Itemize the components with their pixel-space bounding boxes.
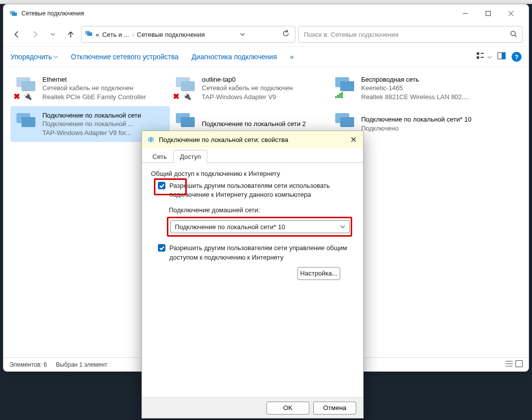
- allow-control-label: Разрешить другим пользователям сети упра…: [169, 244, 354, 262]
- allow-control-checkbox-row: Разрешить другим пользователям сети упра…: [158, 244, 354, 262]
- connection-text: Беспроводная сетьKeenetic-1465Realtek 88…: [358, 72, 486, 104]
- settings-button[interactable]: Настройка...: [297, 267, 340, 280]
- connection-name: Подключение по локальной сети 2: [202, 120, 326, 129]
- connection-device: Realtek 8821CE Wireless LAN 802....: [361, 93, 486, 102]
- svg-rect-3: [486, 11, 491, 16]
- maximize-button[interactable]: [477, 5, 500, 21]
- svg-point-36: [148, 137, 154, 142]
- connection-tile[interactable]: Беспроводная сетьKeenetic-1465Realtek 88…: [329, 70, 489, 106]
- location-icon: [85, 29, 93, 39]
- breadcrumb-prefix: «: [96, 31, 99, 38]
- help-button[interactable]: ?: [512, 52, 522, 62]
- svg-rect-17: [21, 81, 35, 91]
- connection-text: Подключение по локальной сети* 10Подключ…: [358, 108, 486, 140]
- tab-strip: Сеть Доступ: [142, 148, 363, 163]
- svg-rect-7: [87, 32, 92, 36]
- connection-device: Realtek PCIe GbE Family Controller: [42, 93, 167, 102]
- disable-device-button[interactable]: Отключение сетевого устройства: [71, 53, 178, 61]
- sharing-group-title: Общий доступ к подключению к Интернету: [151, 170, 354, 177]
- cancel-button[interactable]: Отмена: [313, 402, 356, 415]
- address-dropdown-icon[interactable]: [237, 30, 249, 39]
- svg-rect-23: [337, 95, 339, 98]
- more-commands-button[interactable]: »: [290, 53, 294, 61]
- svg-rect-29: [181, 117, 195, 127]
- connection-icon: [332, 72, 358, 102]
- svg-line-9: [515, 35, 517, 37]
- history-dropdown[interactable]: [45, 27, 60, 42]
- command-bar: Упорядочить Отключение сетевого устройст…: [3, 46, 529, 67]
- organize-menu[interactable]: Упорядочить: [10, 53, 58, 61]
- connection-status: Сетевой кабель не подключен: [42, 84, 167, 93]
- forward-button[interactable]: [27, 27, 42, 42]
- svg-rect-21: [340, 81, 354, 91]
- window-controls: [454, 5, 523, 21]
- chevron-down-icon: [340, 223, 345, 231]
- breadcrumb-network[interactable]: Сеть и ...: [102, 31, 129, 38]
- dialog-close-button[interactable]: ✕: [348, 135, 358, 144]
- connection-name: Ethernet: [42, 75, 167, 84]
- item-count: Элементов: 6: [9, 361, 47, 368]
- refresh-button[interactable]: [280, 30, 292, 39]
- dialog-footer: OK Отмена: [142, 397, 363, 418]
- svg-rect-22: [335, 96, 337, 98]
- selection-count: Выбран 1 элемент: [56, 361, 107, 368]
- search-icon: [510, 30, 517, 39]
- breadcrumb-current[interactable]: Сетевые подключения: [137, 31, 205, 38]
- minimize-button[interactable]: [454, 5, 477, 21]
- svg-rect-35: [516, 361, 523, 367]
- home-network-select[interactable]: Подключение по локальной сети* 10: [170, 220, 350, 233]
- svg-rect-11: [477, 56, 479, 59]
- connection-tile[interactable]: ✖🔌EthernetСетевой кабель не подключенRea…: [10, 70, 170, 106]
- allow-share-checkbox[interactable]: [158, 182, 165, 189]
- diagnose-button[interactable]: Диагностика подключения: [192, 53, 277, 61]
- navigation-bar: « Сеть и ... › Сетевые подключения Поиск…: [3, 22, 529, 46]
- up-button[interactable]: [63, 27, 78, 42]
- dialog-icon: [147, 136, 155, 143]
- details-view-button[interactable]: [506, 360, 513, 369]
- svg-rect-27: [21, 117, 35, 127]
- connection-name: Подключение по локальной сети* 10: [361, 115, 486, 124]
- connection-tile[interactable]: ✖🔌outline-tap0Сетевой кабель не подключе…: [170, 70, 329, 106]
- search-input[interactable]: Поиск в: Сетевые подключения: [298, 26, 523, 43]
- back-button[interactable]: [9, 27, 24, 42]
- svg-rect-24: [339, 93, 341, 98]
- window-title: Сетевые подключения: [21, 10, 454, 17]
- tab-sharing[interactable]: Доступ: [173, 150, 207, 163]
- connection-status: Подключение по локальной ...: [42, 120, 167, 129]
- connection-icon: [13, 108, 39, 138]
- search-placeholder: Поиск в: Сетевые подключения: [304, 31, 510, 38]
- connection-name: Беспроводная сеть: [361, 75, 486, 84]
- svg-rect-1: [12, 12, 17, 16]
- connection-name: outline-tap0: [202, 75, 326, 84]
- connection-icon: ✖🔌: [13, 72, 39, 102]
- allow-share-label: Разрешить другим пользователям сети испо…: [169, 181, 354, 199]
- svg-rect-15: [502, 53, 506, 59]
- tab-network[interactable]: Сеть: [146, 150, 173, 163]
- connection-status: Сетевой кабель не подключен: [202, 84, 326, 93]
- connection-status: Подключено: [361, 124, 486, 133]
- connection-text: outline-tap0Сетевой кабель не подключенT…: [199, 72, 326, 104]
- connection-name: Подключение по локальной сети: [42, 111, 167, 120]
- dialog-titlebar: Подключение по локальной сети: свойства …: [142, 131, 363, 148]
- dialog-body: Общий доступ к подключению к Интернету Р…: [142, 163, 363, 287]
- allow-control-checkbox[interactable]: [158, 244, 165, 252]
- svg-rect-19: [181, 81, 195, 91]
- highlight-home-network: Подключение по локальной сети* 10: [167, 217, 352, 237]
- ok-button[interactable]: OK: [266, 402, 309, 415]
- close-button[interactable]: [500, 5, 523, 21]
- svg-point-8: [511, 31, 516, 35]
- svg-rect-31: [340, 117, 354, 127]
- allow-share-checkbox-row: Разрешить другим пользователям сети испо…: [158, 181, 354, 199]
- large-icons-view-button[interactable]: [516, 360, 523, 369]
- connection-properties-dialog: Подключение по локальной сети: свойства …: [141, 131, 364, 419]
- breadcrumb-separator-icon: ›: [132, 32, 133, 37]
- window-icon: [9, 9, 17, 17]
- dialog-title: Подключение по локальной сети: свойства: [159, 136, 348, 143]
- svg-rect-10: [477, 52, 479, 55]
- address-bar[interactable]: « Сеть и ... › Сетевые подключения: [81, 26, 295, 43]
- view-options-button[interactable]: [477, 52, 492, 61]
- view-controls: ?: [477, 52, 522, 62]
- connection-device: TAP-Windows Adapter V9: [202, 93, 326, 102]
- home-network-label: Подключение домашней сети:: [169, 206, 354, 214]
- preview-pane-button[interactable]: [498, 52, 506, 61]
